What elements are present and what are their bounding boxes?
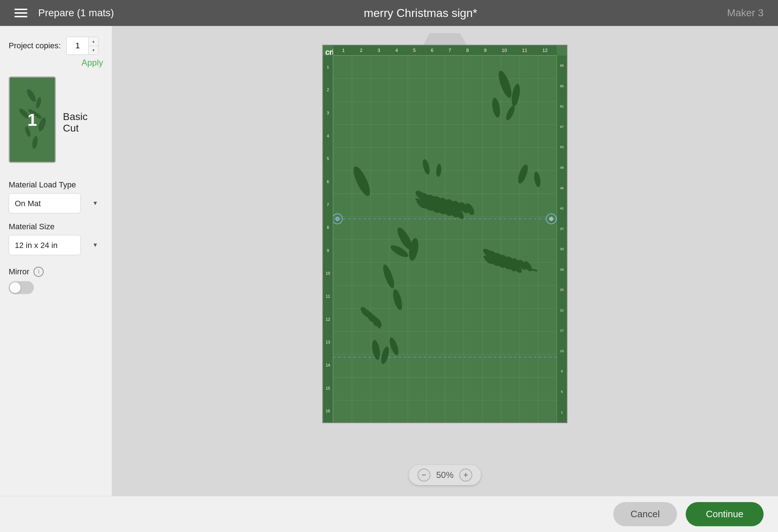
toggle-knob	[10, 282, 21, 293]
cancel-button[interactable]: Cancel	[613, 502, 677, 526]
zoom-in-button[interactable]: +	[459, 469, 472, 482]
material-size-select[interactable]: 12 in x 24 in 12 in x 12 in	[9, 235, 81, 255]
mat-canvas-wrapper: cricut 123456789101112 1 2 3 4 5 6 7 8	[322, 33, 567, 423]
svg-point-17	[336, 218, 338, 220]
copies-arrows: ▲ ▼	[88, 37, 98, 54]
zoom-in-icon: +	[464, 470, 468, 480]
mat-inner	[333, 56, 557, 422]
material-size-label: Material Size	[9, 222, 103, 231]
zoom-controls: − 50% +	[409, 465, 481, 485]
svg-point-16	[334, 218, 336, 220]
copies-input-wrapper: ▲ ▼	[66, 37, 98, 55]
mat-cut-label: Basic Cut	[63, 111, 103, 134]
mat-handle	[423, 33, 467, 45]
material-load-type-dropdown-wrapper: On Mat Roll ▼	[9, 193, 103, 213]
project-copies-row: Project copies: ▲ ▼	[9, 37, 103, 55]
copies-up-arrow[interactable]: ▲	[89, 37, 98, 46]
copies-down-arrow[interactable]: ▼	[89, 46, 98, 55]
dropdown-arrow-icon: ▼	[92, 200, 98, 207]
zoom-out-button[interactable]: −	[417, 469, 430, 482]
svg-point-20	[549, 217, 553, 221]
material-load-type-select[interactable]: On Mat Roll	[9, 193, 81, 213]
mirror-row: Mirror i	[9, 267, 103, 277]
main-content: Project copies: ▲ ▼ Apply	[0, 26, 778, 496]
mat-thumbnail: 1	[9, 76, 56, 163]
ruler-right: 696561575349454137332925211713951	[557, 56, 567, 422]
continue-button[interactable]: Continue	[686, 502, 764, 526]
shapes-svg	[333, 56, 557, 422]
zoom-level: 50%	[436, 470, 454, 480]
left-panel: Project copies: ▲ ▼ Apply	[0, 26, 112, 496]
prepare-title: Prepare (1 mats)	[38, 7, 114, 19]
copies-input[interactable]	[67, 37, 88, 54]
mat-row: 1 Basic Cut	[9, 76, 103, 169]
project-copies-label: Project copies:	[9, 41, 61, 50]
ruler-top-numbers: 123456789101112	[333, 48, 557, 53]
dropdown-arrow-size-icon: ▼	[92, 242, 98, 248]
mirror-label: Mirror	[9, 267, 29, 276]
material-size-dropdown-wrapper: 12 in x 24 in 12 in x 12 in ▼	[9, 235, 103, 255]
material-load-type-label: Material Load Type	[9, 180, 103, 190]
device-name: Maker 3	[727, 7, 764, 19]
apply-button[interactable]: Apply	[9, 58, 103, 68]
ruler-left: 1 2 3 4 5 6 7 8 9 10 11 12 13 14 15 16	[323, 56, 333, 422]
mat-number: 1	[27, 110, 37, 130]
svg-point-18	[339, 218, 340, 220]
mirror-info-icon[interactable]: i	[34, 267, 44, 277]
ruler-top: 123456789101112	[333, 45, 557, 56]
mirror-toggle[interactable]	[9, 281, 34, 294]
zoom-out-icon: −	[422, 470, 426, 480]
mat-grid: cricut 123456789101112 1 2 3 4 5 6 7 8	[322, 45, 567, 423]
project-name: merry Christmas sign*	[114, 6, 727, 20]
footer: Cancel Continue	[0, 496, 778, 532]
canvas-area: cricut 123456789101112 1 2 3 4 5 6 7 8	[112, 26, 778, 496]
header: Prepare (1 mats) merry Christmas sign* M…	[0, 0, 778, 26]
menu-button[interactable]	[14, 9, 27, 17]
svg-rect-11	[333, 56, 557, 422]
